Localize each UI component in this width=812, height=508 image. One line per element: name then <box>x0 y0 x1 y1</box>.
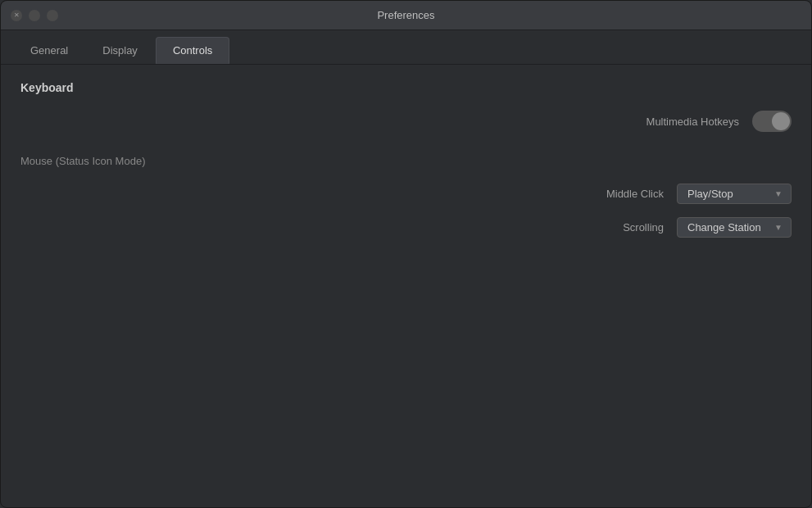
mouse-header: Mouse (Status Icon Mode) <box>20 155 792 167</box>
content-area: Keyboard Multimedia Hotkeys Mouse (Statu… <box>1 65 811 507</box>
window-title: Preferences <box>377 9 434 21</box>
close-button[interactable] <box>11 10 22 21</box>
tab-display[interactable]: Display <box>86 37 154 64</box>
title-bar: Preferences <box>1 1 811 30</box>
maximize-button[interactable] <box>47 10 58 21</box>
middle-click-value: Play/Stop <box>687 188 733 200</box>
multimedia-hotkeys-row: Multimedia Hotkeys <box>20 107 792 135</box>
scrolling-dropdown[interactable]: Change Station ▼ <box>677 217 792 238</box>
keyboard-section: Keyboard Multimedia Hotkeys <box>20 81 792 135</box>
scrolling-label: Scrolling <box>623 221 664 234</box>
keyboard-header: Keyboard <box>20 81 792 94</box>
middle-click-row: Middle Click Play/Stop ▼ <box>20 180 792 207</box>
toggle-knob <box>772 112 790 130</box>
multimedia-hotkeys-label: Multimedia Hotkeys <box>646 116 739 128</box>
tab-controls[interactable]: Controls <box>156 37 229 64</box>
scrolling-row: Scrolling Change Station ▼ <box>20 214 792 241</box>
minimize-button[interactable] <box>29 10 40 21</box>
middle-click-label: Middle Click <box>606 188 664 200</box>
window-controls <box>11 10 58 21</box>
preferences-window: Preferences General Display Controls Key… <box>0 0 812 508</box>
tab-bar: General Display Controls <box>1 30 811 65</box>
dropdown-arrow-icon: ▼ <box>774 189 783 198</box>
middle-click-dropdown[interactable]: Play/Stop ▼ <box>677 184 792 204</box>
scrolling-value: Change Station <box>687 221 761 234</box>
scrolling-dropdown-arrow-icon: ▼ <box>774 223 783 232</box>
mouse-section: Mouse (Status Icon Mode) Middle Click Pl… <box>20 155 792 241</box>
multimedia-hotkeys-toggle[interactable] <box>752 111 792 132</box>
tab-general[interactable]: General <box>14 37 84 64</box>
